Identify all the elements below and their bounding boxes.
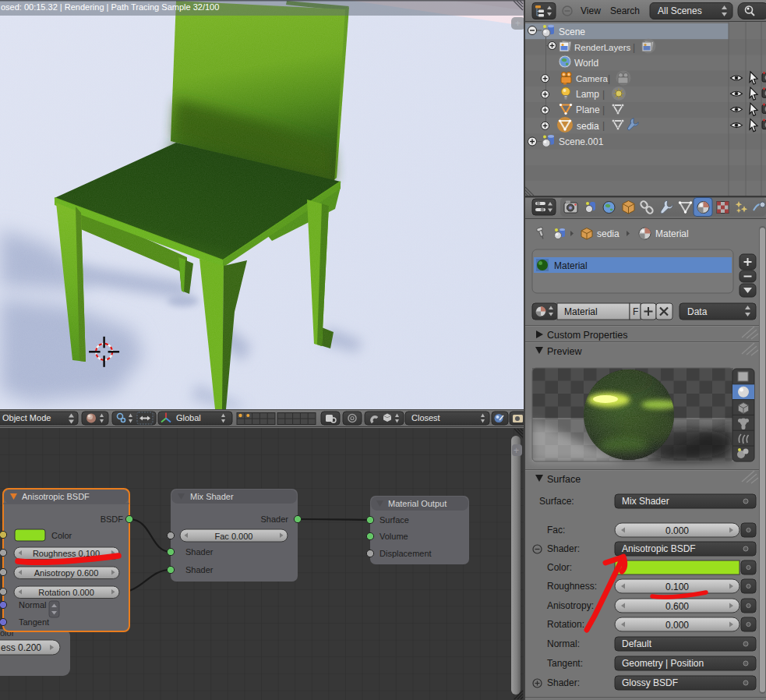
svg-text:Scene: Scene xyxy=(559,27,585,37)
svg-text:Plane: Plane xyxy=(576,104,600,115)
svg-text:Tangent: Tangent xyxy=(19,617,49,627)
svg-text:|: | xyxy=(602,104,605,115)
svg-text:Search: Search xyxy=(610,5,640,16)
svg-text:Geometry | Position: Geometry | Position xyxy=(622,658,704,669)
svg-text:Material: Material xyxy=(564,306,598,317)
svg-text:Surface: Surface xyxy=(379,515,409,525)
svg-text:Camera: Camera xyxy=(576,74,609,83)
svg-text:Preview: Preview xyxy=(547,346,582,357)
svg-text:Rotation 0.000: Rotation 0.000 xyxy=(38,588,94,597)
svg-text:Volume: Volume xyxy=(379,532,408,541)
svg-text:Fac 0.000: Fac 0.000 xyxy=(215,532,253,541)
svg-text:+: + xyxy=(515,18,521,29)
svg-text:Displacement: Displacement xyxy=(379,549,432,558)
svg-text:0.000: 0.000 xyxy=(665,525,689,536)
svg-text:Surface:: Surface: xyxy=(539,496,574,507)
svg-text:sedia: sedia xyxy=(597,228,620,239)
svg-text:Rotation:: Rotation: xyxy=(547,619,584,630)
svg-text:Closest: Closest xyxy=(411,413,440,422)
svg-text:Object Mode: Object Mode xyxy=(2,413,51,422)
svg-text:Material: Material xyxy=(655,228,689,239)
svg-text:F: F xyxy=(633,306,638,317)
svg-text:ess 0.200: ess 0.200 xyxy=(1,642,41,653)
svg-text:Normal: Normal xyxy=(19,600,46,610)
svg-text:0.000: 0.000 xyxy=(665,620,689,631)
svg-text:World: World xyxy=(574,58,598,69)
svg-text:Shader:: Shader: xyxy=(547,677,580,688)
svg-text:Tangent:: Tangent: xyxy=(547,658,583,669)
svg-text:|: | xyxy=(602,120,605,131)
svg-text:Glossy BSDF: Glossy BSDF xyxy=(622,677,678,688)
svg-text:Anisotropic BSDF: Anisotropic BSDF xyxy=(22,492,90,501)
svg-text:|: | xyxy=(633,42,635,53)
svg-text:Data: Data xyxy=(687,306,708,317)
svg-text:Color: Color xyxy=(51,531,72,540)
svg-text:Anisotropy:: Anisotropy: xyxy=(547,600,594,611)
svg-text:Mix Shader: Mix Shader xyxy=(622,496,669,507)
svg-text:Custom Properties: Custom Properties xyxy=(547,330,628,341)
svg-text:|: | xyxy=(602,89,605,100)
svg-text:All Scenes: All Scenes xyxy=(658,5,702,16)
svg-text:Default: Default xyxy=(622,638,652,649)
svg-text:View: View xyxy=(581,5,601,16)
svg-text:Fac:: Fac: xyxy=(547,525,565,536)
svg-text:osed: 00:15.32 | Rendering | P: osed: 00:15.32 | Rendering | Path Tracin… xyxy=(1,2,219,12)
svg-text:Global: Global xyxy=(176,413,201,422)
svg-text:Mix Shader: Mix Shader xyxy=(190,492,234,501)
svg-text:Color:: Color: xyxy=(547,562,572,573)
svg-text:Material: Material xyxy=(554,260,588,271)
svg-text:Material Output: Material Output xyxy=(388,499,447,508)
svg-text:Roughness:: Roughness: xyxy=(547,581,597,592)
svg-text:RenderLayers: RenderLayers xyxy=(574,43,630,52)
svg-text:|: | xyxy=(608,73,610,84)
svg-text:sedia: sedia xyxy=(577,121,599,132)
svg-text:Shader:: Shader: xyxy=(547,543,580,554)
svg-text:Scene.001: Scene.001 xyxy=(559,136,604,147)
svg-text:0.600: 0.600 xyxy=(665,601,689,612)
svg-text:Normal:: Normal: xyxy=(547,638,580,649)
svg-text:Shader: Shader xyxy=(185,547,214,557)
svg-text:BSDF: BSDF xyxy=(101,514,124,524)
svg-text:Lamp: Lamp xyxy=(576,89,599,100)
svg-text:Shader: Shader xyxy=(185,565,214,574)
svg-text:Surface: Surface xyxy=(547,474,581,485)
svg-text:Anisotropic BSDF: Anisotropic BSDF xyxy=(622,543,696,554)
svg-text:Shader: Shader xyxy=(261,514,289,524)
svg-text:Anisotropy 0.600: Anisotropy 0.600 xyxy=(34,568,99,578)
svg-text:0.100: 0.100 xyxy=(665,582,689,592)
svg-text:+: + xyxy=(514,445,519,456)
